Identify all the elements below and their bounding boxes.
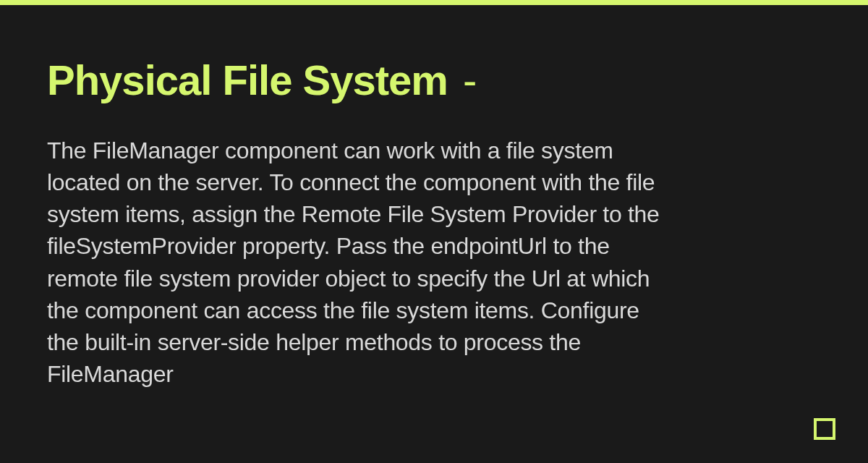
title-text: Physical File System — [47, 56, 448, 103]
accent-top-bar — [0, 0, 868, 5]
square-indicator-icon — [814, 418, 835, 440]
title-separator: - — [463, 56, 476, 103]
body-paragraph: The FileManager component can work with … — [47, 135, 662, 390]
content-area: Physical File System - The FileManager c… — [0, 5, 868, 390]
page-title: Physical File System - — [47, 56, 821, 104]
